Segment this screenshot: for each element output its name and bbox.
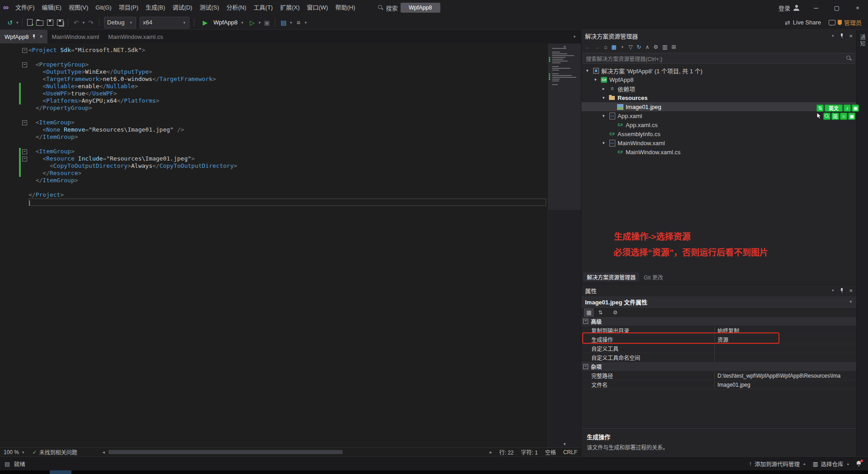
solution-search[interactable]: 搜索解决方案资源管理器(Ctrl+;) — [581, 52, 856, 63]
property-value[interactable] — [715, 353, 856, 362]
property-value[interactable] — [715, 344, 856, 353]
start-debugging-button[interactable]: ▶ WpfApp8 ▾ — [200, 19, 244, 26]
window-position-icon[interactable]: ▾ — [832, 33, 834, 38]
close-panel-icon[interactable]: × — [849, 33, 853, 39]
line-ending-indicator[interactable]: CRLF — [560, 449, 581, 455]
expander-expanded-icon[interactable]: ▾ — [600, 141, 607, 145]
pending-changes-filter-icon[interactable]: ▽ — [628, 44, 632, 50]
line-operations-icon[interactable]: ≡ — [294, 19, 302, 26]
attach-process-icon[interactable]: ▣ — [263, 19, 271, 26]
property-row[interactable]: 自定义工具 — [581, 344, 856, 353]
live-share-label[interactable]: Live Share — [793, 19, 821, 26]
menu-item[interactable]: 文件(F) — [12, 0, 38, 15]
health-indicator[interactable]: ✓ 未找到相关问题 — [29, 448, 81, 456]
property-row[interactable]: 生成操作资源 — [581, 335, 856, 344]
ime-chip[interactable]: 简 — [831, 113, 839, 120]
property-row[interactable]: 自定义工具命名空间 — [581, 353, 856, 362]
menu-item[interactable]: 视图(V) — [65, 0, 92, 15]
close-tab-icon[interactable]: × — [39, 33, 42, 40]
ime-chip[interactable]: ♪ — [844, 104, 851, 112]
forward-icon[interactable]: → — [594, 44, 600, 50]
scroll-right-icon[interactable]: ► — [486, 450, 495, 455]
tree-item--wpfapp8-1-1-[interactable]: ▾解决方案 'WpfApp8' (1 个项目, 共 1 个) — [581, 66, 856, 75]
categorized-icon[interactable]: ▦ — [584, 308, 594, 317]
code-editor[interactable]: −<Project Sdk="Microsoft.NET.Sdk">− <Pro… — [0, 43, 548, 447]
menu-item[interactable]: 生成(B) — [142, 0, 169, 15]
document-tab[interactable]: WpfApp8× — [0, 30, 47, 43]
live-share-icon[interactable]: ⇄ — [783, 19, 792, 26]
property-value[interactable]: D:\test\test_wpf\WpfApp8\WpfApp8\Resourc… — [715, 371, 856, 380]
refresh-icon[interactable]: ↻ — [637, 44, 641, 50]
ime-chip[interactable]: ▣ — [848, 113, 855, 120]
scrollbar-thumb[interactable] — [108, 450, 343, 454]
menu-item[interactable]: 工具(T) — [250, 0, 277, 15]
home-icon[interactable]: ⌂ — [604, 44, 607, 50]
section-collapse-icon[interactable]: − — [583, 364, 588, 369]
navigate-back-icon[interactable]: ↺ — [6, 19, 14, 26]
document-tab[interactable]: MainWindow.xaml.cs — [104, 30, 167, 43]
menu-item[interactable]: 扩展(X) — [276, 0, 303, 15]
menu-item[interactable]: 帮助(H) — [332, 0, 359, 15]
menu-item[interactable]: 测试(S) — [196, 0, 222, 15]
document-tab[interactable]: MainWindow.xaml — [47, 30, 104, 43]
notifications-bell-icon[interactable] — [856, 461, 862, 466]
property-value[interactable]: 资源 — [715, 335, 856, 344]
tree-item-resources[interactable]: ▾Resources — [581, 93, 856, 102]
expander-expanded-icon[interactable]: ▾ — [592, 77, 599, 82]
maximize-button[interactable]: ▢ — [826, 0, 847, 15]
autohide-tab-notifications[interactable]: 通知 — [859, 34, 866, 47]
undo-dropdown-icon[interactable]: ▾ — [83, 20, 85, 25]
menu-item[interactable]: 项目(P) — [115, 0, 142, 15]
document-list-dropdown-icon[interactable]: ▾ — [573, 34, 576, 39]
zoom-dropdown[interactable]: 100 % ▾ — [0, 449, 29, 455]
menu-item[interactable]: Git(G) — [92, 0, 115, 15]
ime-chip[interactable]: ▣ — [852, 104, 859, 112]
fold-collapse-icon[interactable]: − — [22, 156, 27, 161]
menu-item[interactable]: 编辑(E) — [38, 0, 65, 15]
tree-item-mainwindow-xaml[interactable]: ▾MainWindow.xaml — [581, 138, 856, 147]
back-icon[interactable]: ← — [585, 44, 590, 50]
fold-collapse-icon[interactable]: − — [22, 62, 27, 67]
scroll-left-icon[interactable]: ◄ — [99, 450, 108, 455]
fold-collapse-icon[interactable]: − — [22, 149, 27, 154]
expander-collapsed-icon[interactable]: ▸ — [600, 86, 607, 91]
undo-icon[interactable]: ↶ — [72, 19, 80, 26]
output-window-icon[interactable]: ▤ — [279, 19, 288, 26]
open-file-icon[interactable] — [36, 20, 43, 26]
feedback-icon[interactable] — [829, 20, 835, 25]
start-without-debugging-icon[interactable]: ▷ — [248, 19, 256, 26]
search-input[interactable]: WpfApp8 — [401, 3, 440, 13]
fold-collapse-icon[interactable]: − — [22, 48, 27, 53]
new-file-icon[interactable] — [27, 19, 33, 26]
close-button[interactable]: × — [847, 0, 868, 15]
menu-item[interactable]: 窗口(W) — [303, 0, 332, 15]
tree-item--[interactable]: ▸依赖项 — [581, 84, 856, 93]
tree-item-image01-jpeg[interactable]: Image01.jpeg — [581, 102, 856, 111]
property-value[interactable]: 始终复制 — [715, 326, 856, 335]
alphabetical-icon[interactable]: ⇅ — [596, 309, 604, 316]
configuration-dropdown[interactable]: Debug ▾ — [104, 17, 136, 28]
fold-collapse-icon[interactable]: − — [22, 120, 27, 125]
collapse-all-icon[interactable]: ∧ — [645, 44, 649, 50]
section-collapse-icon[interactable]: − — [583, 319, 588, 324]
save-all-icon[interactable] — [57, 19, 63, 26]
title-search[interactable]: 搜索 WpfApp8 — [378, 3, 440, 13]
platform-dropdown[interactable]: x64 ▾ — [140, 17, 189, 28]
horizontal-scrollbar[interactable] — [108, 448, 486, 456]
pin-icon[interactable] — [840, 33, 844, 39]
tree-item-mainwindow-xaml-cs[interactable]: MainWindow.xaml.cs — [581, 147, 856, 156]
spaces-indicator[interactable]: 空格 — [542, 448, 560, 456]
dock-tab[interactable]: 解决方案资源管理器 — [583, 272, 639, 282]
save-icon[interactable] — [47, 19, 53, 26]
tree-item-assemblyinfo-cs[interactable]: AssemblyInfo.cs — [581, 129, 856, 138]
close-panel-icon[interactable]: × — [849, 287, 853, 294]
tree-item-app-xaml-cs[interactable]: App.xaml.cs — [581, 120, 856, 129]
navigate-dropdown-icon[interactable]: ▾ — [16, 20, 19, 25]
property-section-header[interactable]: −高级 — [581, 317, 856, 326]
task-center-icon[interactable]: ▤ — [5, 460, 10, 467]
expander-expanded-icon[interactable]: ▾ — [584, 68, 590, 73]
property-value[interactable]: Image01.jpeg — [715, 380, 856, 389]
select-repository-button[interactable]: ▥ 选择仓库 ▴ — [813, 460, 850, 468]
preview-selected-icon[interactable]: ⊞ — [671, 44, 676, 50]
minimize-button[interactable]: ─ — [806, 0, 826, 15]
